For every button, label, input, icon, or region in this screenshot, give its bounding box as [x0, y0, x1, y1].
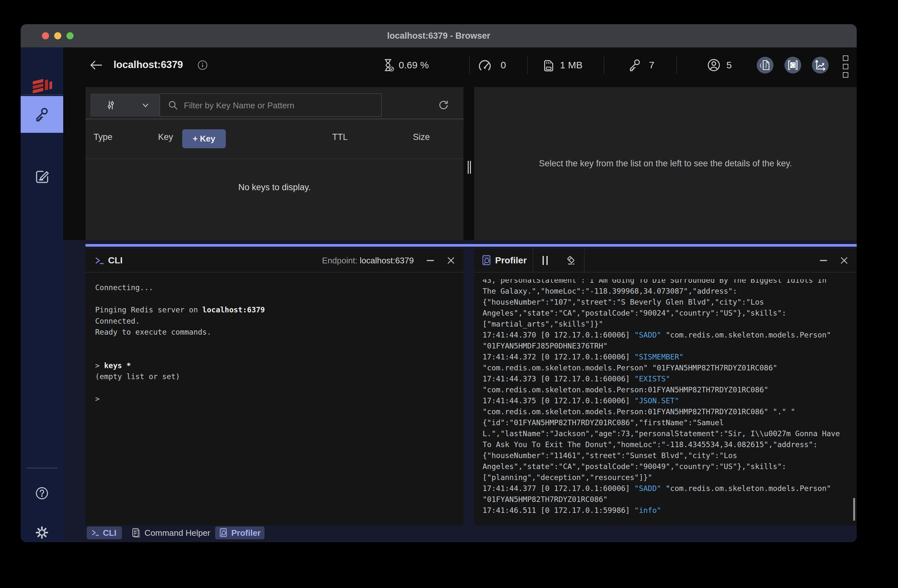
pause-icon[interactable]: [543, 256, 548, 265]
terminal-line: L.","lastName":"Jackson","age":73,"perso…: [483, 428, 852, 439]
terminal-line: > keys *: [95, 360, 457, 372]
cli-endpoint: Endpoint: localhost:6379: [322, 256, 414, 266]
sidebar-item-workbench[interactable]: [21, 158, 63, 195]
terminal-line: Connecting...: [95, 282, 457, 293]
column-header-key: Key: [158, 132, 173, 142]
key-search-input[interactable]: [183, 94, 378, 117]
header-divider: [584, 249, 584, 272]
panel-divider: [86, 119, 463, 119]
cli-output: Connecting... Pinging Redis server on lo…: [95, 272, 457, 525]
terminal-line: 17:41:44.377 [0 172.17.0.1:60006] "SADD"…: [483, 483, 852, 494]
info-icon[interactable]: [197, 60, 208, 71]
terminal-line: "01FYAN5HMP82TH7RDYZ01RC086": [483, 494, 852, 505]
gauge-icon: [477, 59, 492, 72]
column-header-size: Size: [413, 132, 430, 142]
profiler-header: Profiler: [474, 249, 857, 272]
terminal-line: [95, 382, 457, 394]
terminal-line: Pinging Redis server on localhost:6379: [95, 304, 457, 316]
terminal-line: ["martial_arts","skills"]}": [483, 318, 852, 330]
cpu-hourglass-icon: [382, 58, 395, 72]
workbench-json-file-button[interactable]: {;}: [757, 57, 773, 74]
refresh-icon[interactable]: [438, 99, 449, 111]
bottom-resize-bar[interactable]: [86, 244, 857, 247]
add-key-button[interactable]: + Key: [182, 129, 226, 148]
key-icon: [34, 106, 50, 123]
terminal-prompt-icon: [94, 256, 105, 265]
terminal-prompt-icon: [91, 529, 100, 536]
header-divider: [533, 249, 533, 272]
terminal-line: >: [95, 393, 457, 405]
search-icon: [167, 99, 179, 112]
cli-header: CLI Endpoint: localhost:6379: [86, 249, 463, 272]
terminal-line: Ready to execute commands.: [95, 327, 457, 338]
close-icon[interactable]: [840, 256, 848, 265]
cpu-usage-value: 0.69 %: [399, 60, 429, 71]
tab-profiler-label: Profiler: [231, 528, 261, 538]
select-key-message: Select the key from the list on the left…: [539, 159, 792, 169]
column-header-type: Type: [94, 132, 112, 142]
analytics-chart-button[interactable]: [812, 57, 829, 74]
key-count-icon: [627, 58, 642, 72]
help-icon: [34, 486, 49, 500]
profiler-scrollbar-thumb[interactable]: [853, 498, 855, 520]
more-menu-button[interactable]: [843, 55, 848, 78]
panel-resize-handle[interactable]: [468, 161, 471, 174]
tab-command-helper-label: Command Helper: [145, 528, 210, 538]
titlebar: localhost:6379 - Browser: [21, 24, 857, 48]
redis-logo-icon: [30, 72, 54, 97]
tab-profiler[interactable]: Profiler: [215, 527, 264, 539]
sidebar-item-help[interactable]: [21, 482, 63, 505]
tab-cli-label: CLI: [103, 528, 117, 538]
minimize-icon[interactable]: [819, 256, 828, 265]
total-keys-value: 7: [649, 60, 655, 71]
terminal-line: "01FYAN5HMDFJ85P0DHNE376TRH": [483, 341, 852, 352]
close-icon[interactable]: [447, 256, 455, 265]
filter-sliders-icon: [105, 99, 117, 111]
terminal-line: [95, 349, 457, 360]
terminal-line: 17:41:44.372 [0 172.17.0.1:60006] "SISME…: [483, 352, 852, 362]
cli-panel: CLI Endpoint: localhost:6379 Connecting.…: [86, 249, 463, 525]
matrix-command-button[interactable]: [784, 57, 801, 74]
terminal-line: "com.redis.om.skeleton.models.Person:01F…: [483, 384, 852, 395]
key-type-filter-dropdown[interactable]: [90, 94, 160, 117]
terminal-line: 43,"personalStatement":"I Am Going To Di…: [483, 279, 852, 286]
terminal-line: 17:41:44.370 [0 172.17.0.1:60006] "SADD"…: [483, 330, 852, 341]
profiler-panel: Profiler: [474, 249, 857, 525]
memory-value: 1 MB: [560, 60, 583, 71]
window-title: localhost:6379 - Browser: [21, 24, 857, 48]
ops-per-sec-value: 0: [501, 60, 506, 71]
header-divider: [677, 56, 677, 74]
back-button[interactable]: [90, 59, 103, 71]
tab-cli[interactable]: CLI: [87, 527, 122, 539]
terminal-line: "com.redis.om.skeleton.models.Person" "0…: [483, 362, 852, 373]
sidebar-item-settings[interactable]: [21, 521, 63, 542]
profiler-output: 43,"personalStatement":"I Am Going To Di…: [483, 279, 852, 525]
app-window: localhost:6379 - Browser: [21, 24, 857, 542]
terminal-line: {"houseNumber":"107","street":"S Beverly…: [483, 296, 852, 307]
gear-icon: [34, 525, 49, 540]
sidebar-item-browser[interactable]: [21, 96, 63, 133]
tab-command-helper[interactable]: Command Helper: [127, 527, 210, 539]
header-divider: [469, 56, 470, 74]
memory-card-icon: [542, 58, 555, 73]
terminal-line: Angeles","state":"CA","postalCode":"9002…: [483, 307, 852, 318]
column-header-ttl: TTL: [332, 132, 348, 142]
profiler-icon: [482, 255, 492, 266]
no-keys-message: No keys to display.: [86, 183, 463, 192]
header-divider: [604, 56, 604, 74]
edit-square-icon: [34, 168, 50, 185]
profiler-icon: [220, 528, 228, 538]
minimize-icon[interactable]: [426, 256, 435, 265]
sidebar-bottom-divider: [26, 468, 57, 468]
chevron-down-icon: [141, 101, 150, 110]
terminal-line: (empty list or set): [95, 371, 457, 382]
profiler-title: Profiler: [495, 255, 527, 266]
clear-eraser-icon[interactable]: [565, 255, 577, 266]
terminal-line: "com.redis.om.skeleton.models.Person:01F…: [483, 406, 852, 417]
database-name: localhost:6379: [114, 59, 183, 71]
terminal-line: Angeles","state":"CA","postalCode":"9004…: [483, 461, 852, 472]
header-divider: [527, 56, 528, 74]
svg-text:{;}: {;}: [759, 63, 767, 68]
document-icon: [132, 528, 141, 538]
terminal-line: The Galaxy.","homeLoc":"-118.399968,34.0…: [483, 286, 852, 296]
